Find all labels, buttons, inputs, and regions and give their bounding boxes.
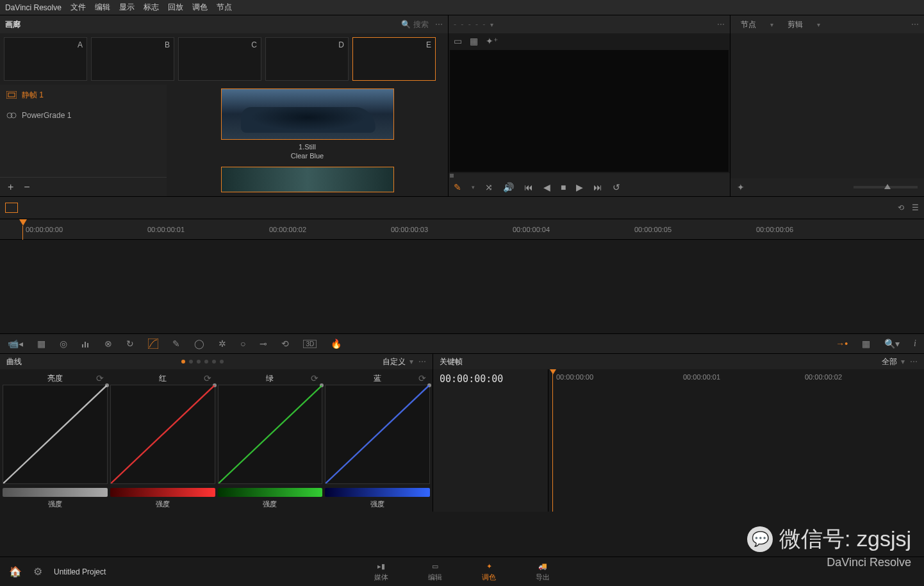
clips-view-icon[interactable] <box>5 203 18 213</box>
menu-mark[interactable]: 标志 <box>144 2 159 13</box>
tab-clips[interactable]: 剪辑 <box>777 15 813 33</box>
page-media[interactable]: ▸▮媒体 <box>374 561 389 582</box>
reset-icon[interactable]: ⟳ <box>204 373 211 383</box>
tab-nodes[interactable]: 节点 <box>730 15 766 33</box>
reset-icon[interactable]: ⟳ <box>311 373 318 383</box>
next-clip-icon[interactable]: ⏭ <box>593 182 602 192</box>
intensity-slider[interactable] <box>110 488 215 497</box>
sidebar-item-stills[interactable]: 静帧 1 <box>0 85 167 105</box>
tracker-icon[interactable]: ✲ <box>219 339 226 349</box>
viewer-options-icon[interactable]: ⋯ <box>717 20 725 29</box>
playhead-icon[interactable] <box>19 219 27 226</box>
rgb-mixer-icon[interactable]: ⊗ <box>104 339 112 349</box>
page-switcher: ▸▮媒体 ▭编辑 ✦调色 🚚导出 <box>374 561 550 582</box>
sizing-icon[interactable]: ⟲ <box>281 339 289 349</box>
reset-icon[interactable]: ⟳ <box>96 373 104 383</box>
effects-icon[interactable]: ✦ <box>737 182 745 192</box>
play-icon[interactable]: ▶ <box>576 182 583 192</box>
intensity-slider[interactable] <box>3 488 108 497</box>
3d-icon[interactable]: 3D <box>303 340 317 348</box>
playhead-icon[interactable] <box>550 369 556 374</box>
loop-icon[interactable]: ↺ <box>613 182 620 192</box>
chevron-down-icon[interactable]: ▾ <box>901 357 905 366</box>
keyframe-options-icon[interactable]: ⋯ <box>910 357 918 366</box>
sidebar-item-powergrade[interactable]: PowerGrade 1 <box>0 105 167 126</box>
menu-nodes[interactable]: 节点 <box>217 2 232 13</box>
bars-icon[interactable] <box>81 339 90 348</box>
chevron-down-icon[interactable]: ▾ <box>409 357 413 366</box>
curves-options-icon[interactable]: ⋯ <box>418 357 426 366</box>
step-back-icon[interactable]: ◀ <box>543 182 550 192</box>
page-deliver[interactable]: 🚚导出 <box>535 561 550 582</box>
curves-header: 曲线 自定义 ▾ ⋯ <box>0 354 433 369</box>
prev-clip-icon[interactable]: ⏮ <box>524 182 533 192</box>
memory-b[interactable]: B <box>91 37 174 81</box>
stop-icon[interactable]: ■ <box>561 182 566 192</box>
menu-file[interactable]: 文件 <box>70 2 86 13</box>
blur-icon[interactable]: ○ <box>240 339 245 349</box>
curves-icon[interactable] <box>148 339 158 349</box>
keyframe-mode[interactable]: 全部 <box>882 356 897 367</box>
camera-raw-icon[interactable]: 📹◂ <box>8 339 23 349</box>
viewer-canvas[interactable] <box>450 50 729 172</box>
keyframe-track[interactable]: 00:00:00:00 00:00:00:01 00:00:00:02 <box>549 369 924 512</box>
list-icon[interactable]: ☰ <box>912 203 919 212</box>
zoom-slider[interactable] <box>854 186 918 188</box>
remove-button[interactable]: − <box>24 181 29 193</box>
memory-c[interactable]: C <box>178 37 261 81</box>
gear-icon[interactable]: ⚙ <box>33 565 42 578</box>
motion-icon[interactable]: ↻ <box>126 339 134 349</box>
curve-canvas[interactable] <box>325 385 430 484</box>
curve-canvas[interactable] <box>3 385 108 484</box>
info-icon[interactable]: i <box>914 339 916 349</box>
curves-mode[interactable]: 自定义 <box>383 356 406 367</box>
key-icon[interactable]: ⊸ <box>260 339 267 349</box>
reset-icon[interactable]: ⟲ <box>898 203 904 212</box>
wheels-icon[interactable]: ◎ <box>60 339 67 349</box>
memory-a[interactable]: A <box>4 37 87 81</box>
mute-icon[interactable]: 🔊 <box>503 182 514 192</box>
viewer-source-dd[interactable]: - - - - - <box>454 20 486 29</box>
chevron-down-icon[interactable]: ▾ <box>813 21 824 28</box>
chevron-down-icon[interactable]: ▾ <box>472 184 475 190</box>
kf-mode-icon[interactable]: →• <box>836 339 848 349</box>
menu-view[interactable]: 显示 <box>119 2 135 13</box>
menu-edit[interactable]: 编辑 <box>95 2 110 13</box>
view-wand-icon[interactable]: ✦⁺ <box>486 36 498 46</box>
view-single-icon[interactable]: ▭ <box>454 36 462 46</box>
nodes-options-icon[interactable]: ⋯ <box>906 20 924 29</box>
chevron-down-icon[interactable]: ▾ <box>766 21 777 28</box>
timeline-ruler[interactable]: 00:00:00:00 00:00:00:01 00:00:00:02 00:0… <box>0 219 924 240</box>
search-icon[interactable]: 🔍▾ <box>884 339 900 349</box>
shuffle-icon[interactable]: ⤨ <box>485 182 493 192</box>
qualifier-icon[interactable]: ✎ <box>172 339 180 349</box>
gallery-options-icon[interactable]: ⋯ <box>435 20 443 29</box>
fx-icon[interactable]: 🔥 <box>331 339 342 349</box>
viewer-scrub[interactable] <box>449 173 730 178</box>
sidebar-item-label: PowerGrade 1 <box>22 111 71 120</box>
view-grid-icon[interactable]: ▦ <box>470 36 478 46</box>
color-match-icon[interactable]: ▦ <box>37 339 45 349</box>
intensity-slider[interactable] <box>218 488 323 497</box>
memory-d[interactable]: D <box>265 37 349 81</box>
nodes-graph[interactable] <box>730 33 924 178</box>
page-color[interactable]: ✦调色 <box>481 561 497 582</box>
curve-canvas[interactable] <box>110 385 215 484</box>
page-edit[interactable]: ▭编辑 <box>427 561 443 582</box>
menu-color[interactable]: 调色 <box>192 2 208 13</box>
window-icon[interactable]: ◯ <box>194 339 204 349</box>
curve-canvas[interactable] <box>218 385 323 484</box>
home-icon[interactable]: 🏠 <box>9 565 22 578</box>
reset-icon[interactable]: ⟳ <box>418 373 426 383</box>
picker-icon[interactable]: ✎ <box>454 182 461 192</box>
grid-icon[interactable]: ▦ <box>862 339 870 349</box>
curves-mode-dots[interactable] <box>22 360 383 364</box>
still-thumb-2[interactable] <box>221 167 394 192</box>
still-thumb-1[interactable] <box>221 88 394 140</box>
menu-playback[interactable]: 回放 <box>168 2 183 13</box>
memory-e[interactable]: E <box>352 37 436 81</box>
add-button[interactable]: + <box>8 181 13 193</box>
intensity-slider[interactable] <box>325 488 430 497</box>
svg-line-8 <box>3 385 107 483</box>
gallery-search[interactable]: 🔍 搜索 <box>401 19 429 30</box>
